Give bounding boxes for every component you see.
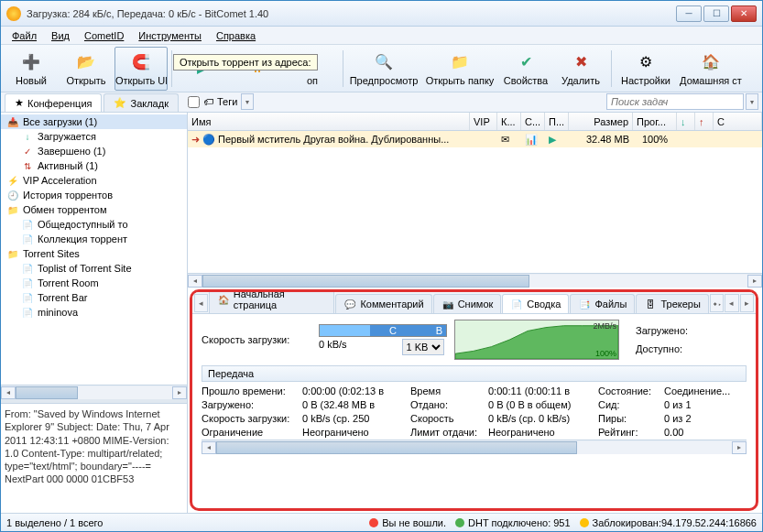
tree-item[interactable]: 📥Все загрузки (1) xyxy=(1,114,187,129)
tool-properties[interactable]: ✔Свойства xyxy=(499,47,552,91)
tree-item[interactable]: 📄Коллекция торрент xyxy=(1,232,187,246)
col-down[interactable]: ↓ xyxy=(677,113,695,130)
speed-value: 0 kB/s xyxy=(319,339,347,355)
speed-slider[interactable]: СВ xyxy=(319,324,447,337)
status-login: Вы не вошли. xyxy=(382,517,446,528)
tree-item[interactable]: 📄Общедоступный то xyxy=(1,217,187,232)
tree-label: Загружается xyxy=(38,131,96,142)
tree-item[interactable]: 📁Обмен торрентом xyxy=(1,202,187,217)
category-tree: 📥Все загрузки (1)↓Загружается✓Завершено … xyxy=(1,113,187,385)
tree-item[interactable]: ⚡VIP Acceleration xyxy=(1,173,187,188)
tree-item[interactable]: 🕘История торрентов xyxy=(1,188,187,202)
detail-scrollbar[interactable]: ◂ ▸ xyxy=(202,440,747,454)
minimize-button[interactable]: ─ xyxy=(676,5,702,22)
tool-settings[interactable]: ⚙Настройки xyxy=(616,47,676,91)
col-k[interactable]: К... xyxy=(497,113,521,130)
menu-cometid[interactable]: CometID xyxy=(79,28,129,43)
toolbar: ➕Новый 📂Открыть 🧲Открыть UR ▶ ⏸ ⏹оп 🔍Пре… xyxy=(1,45,762,92)
col-c[interactable]: С... xyxy=(521,113,545,130)
maximize-button[interactable]: ☐ xyxy=(703,5,729,22)
tree-item[interactable]: 📄Toplist of Torrent Site xyxy=(1,261,187,276)
tree-label: Torrent Sites xyxy=(23,248,80,259)
tree-label: Все загрузки (1) xyxy=(23,116,97,127)
menu-tools[interactable]: Инструменты xyxy=(133,28,207,43)
col-up[interactable]: ↑ xyxy=(695,113,714,130)
status-dht: DHT подключено: 951 xyxy=(468,517,571,528)
tool-open[interactable]: 📂Открыть xyxy=(60,47,113,91)
tree-item[interactable]: 📄Torrent Bar xyxy=(1,290,187,305)
tree-scrollbar[interactable]: ◂ ▸ xyxy=(1,385,187,399)
tool-new[interactable]: ➕Новый xyxy=(5,47,58,91)
stat-cell: Скорость xyxy=(410,413,488,424)
magnet-icon: 🧲 xyxy=(130,51,152,73)
tab-more[interactable]: ⬥▸ xyxy=(710,294,724,312)
dtab-snapshot[interactable]: 📷Снимок xyxy=(433,294,502,313)
task-row[interactable]: ➜🔵Первый мститель Другая война. Дублиров… xyxy=(188,131,762,147)
tags-checkbox[interactable] xyxy=(188,96,200,108)
x-icon: ✖ xyxy=(570,51,592,73)
tab-scroll-right[interactable]: ▸ xyxy=(740,294,754,312)
scroll-right-icon[interactable]: ▸ xyxy=(172,386,187,399)
col-p[interactable]: П... xyxy=(545,113,569,130)
tree-item[interactable]: 📄Torrent Room xyxy=(1,276,187,290)
scroll-left-icon[interactable]: ◂ xyxy=(188,275,202,288)
tree-item[interactable]: 📁Torrent Sites xyxy=(1,246,187,261)
tags-dropdown[interactable]: ▾ xyxy=(241,93,254,110)
scroll-left-icon[interactable]: ◂ xyxy=(202,441,216,454)
col-s[interactable]: С xyxy=(714,113,762,130)
tree-item[interactable]: ✓Завершено (1) xyxy=(1,144,187,158)
search-dropdown[interactable]: ▾ xyxy=(746,93,758,110)
col-name[interactable]: Имя xyxy=(188,113,470,130)
play-icon: ▶ xyxy=(549,134,556,146)
tree-item[interactable]: 📄mininova xyxy=(1,305,187,320)
folder-icon: 📁 xyxy=(449,51,471,73)
scroll-right-icon[interactable]: ▸ xyxy=(732,441,747,454)
dtab-files[interactable]: 📑Файлы xyxy=(570,294,635,313)
dtab-summary[interactable]: 📄Сводка xyxy=(502,294,569,313)
close-button[interactable]: ✕ xyxy=(731,5,757,22)
search-input[interactable] xyxy=(606,93,744,110)
tab-conference[interactable]: ★Конференция xyxy=(5,93,102,112)
speed-limit-select[interactable]: 1 KB xyxy=(402,339,444,355)
col-vip[interactable]: VIP xyxy=(470,113,497,130)
scroll-left-icon[interactable]: ◂ xyxy=(1,386,16,399)
tool-home[interactable]: 🏠Домашняя ст xyxy=(678,47,744,91)
app-window: Загрузка: 284 кБ/с, Передача: 0 кБ/с - B… xyxy=(0,0,763,532)
dtab-trackers[interactable]: 🗄Трекеры xyxy=(636,294,708,313)
detail-panel: ◂ 🏠Начальная страница 💬Комментарий 📷Сним… xyxy=(190,289,758,511)
tree-item[interactable]: ↓Загружается xyxy=(1,129,187,144)
col-size[interactable]: Размер xyxy=(569,113,633,130)
menu-help[interactable]: Справка xyxy=(211,28,261,43)
list-scrollbar[interactable]: ◂ ▸ xyxy=(188,273,762,288)
tags-label: Теги xyxy=(217,96,237,107)
tree-icon: 📥 xyxy=(6,115,19,128)
files-icon: 📑 xyxy=(578,298,591,310)
tab-bookmarks[interactable]: ⭐Закладк xyxy=(104,93,178,112)
tool-delete[interactable]: ✖Удалить xyxy=(554,47,607,91)
app-icon xyxy=(6,6,21,21)
red-dot-icon xyxy=(369,518,378,527)
status-selection: 1 выделено / 1 всего xyxy=(6,517,103,528)
tree-icon: 📄 xyxy=(21,291,34,304)
tab-scroll-left[interactable]: ◂ xyxy=(194,294,208,312)
tree-item[interactable]: ⇅Активный (1) xyxy=(1,158,187,173)
green-dot-icon xyxy=(455,518,464,527)
stat-cell: 0 B (0 B в общем) xyxy=(488,399,598,410)
menu-file[interactable]: Файл xyxy=(6,28,42,43)
stat-cell: Прошло времени: xyxy=(202,385,302,396)
tab-scroll-left2[interactable]: ◂ xyxy=(725,294,738,312)
tool-preview[interactable]: 🔍Предпросмотр xyxy=(347,47,420,91)
stat-cell: 0:00:11 (0:00:11 в xyxy=(488,385,598,396)
tree-icon: 🕘 xyxy=(6,189,19,201)
dtab-homepage[interactable]: 🏠Начальная страница xyxy=(209,289,334,313)
menu-view[interactable]: Вид xyxy=(46,28,75,43)
home-icon: 🏠 xyxy=(700,51,722,73)
scroll-right-icon[interactable]: ▸ xyxy=(747,275,762,288)
tag-icon: 🏷 xyxy=(203,96,213,107)
col-progress[interactable]: Прог... xyxy=(633,113,677,130)
dtab-comments[interactable]: 💬Комментарий xyxy=(335,294,431,313)
main-area: 📥Все загрузки (1)↓Загружается✓Завершено … xyxy=(1,113,762,513)
tool-open-url[interactable]: 🧲Открыть UR xyxy=(114,47,168,91)
tool-open-folder[interactable]: 📁Открыть папку xyxy=(422,47,497,91)
stat-cell: Лимит отдачи: xyxy=(410,427,488,438)
